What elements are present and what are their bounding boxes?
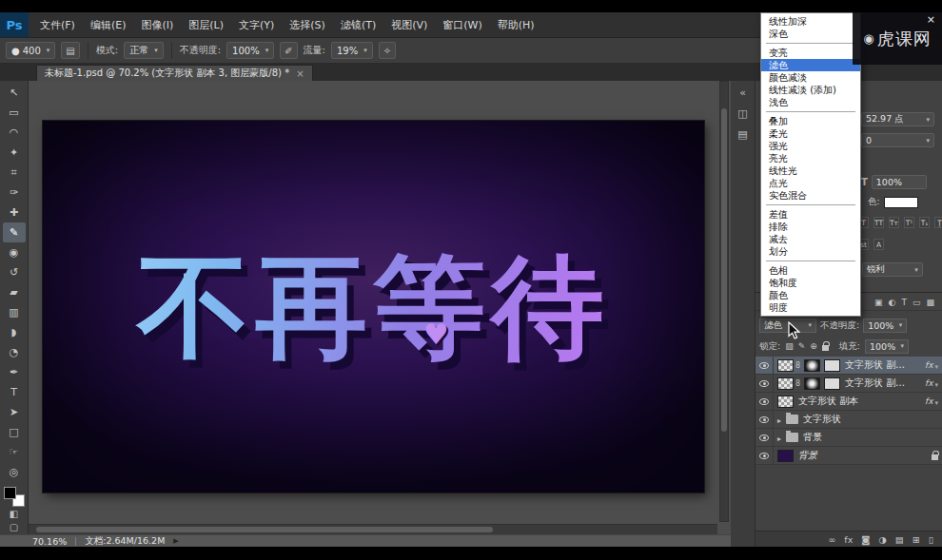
blend-mode-option[interactable]: 排除 bbox=[761, 221, 860, 233]
horizontal-scrollbar[interactable] bbox=[29, 524, 717, 534]
layer-group-row[interactable]: 背景 bbox=[756, 429, 942, 447]
vertical-scale-field[interactable]: 100% bbox=[872, 175, 927, 189]
color-swatches[interactable] bbox=[4, 487, 25, 507]
healing-brush-tool-icon[interactable]: ✚ bbox=[3, 203, 26, 222]
pen-pressure-icon[interactable]: ✐ bbox=[280, 42, 297, 59]
zoom-level[interactable]: 70.16% bbox=[32, 536, 67, 547]
visibility-toggle[interactable] bbox=[756, 447, 774, 464]
blend-mode-option[interactable]: 变亮 bbox=[761, 47, 860, 59]
menu-item[interactable]: 图像(I) bbox=[133, 12, 181, 37]
fx-badge[interactable]: fx bbox=[925, 396, 933, 406]
char-style-icon[interactable]: Tᴛ bbox=[889, 217, 899, 228]
tab-close-icon[interactable]: × bbox=[296, 68, 304, 79]
document-tab[interactable]: 未标题-1.psd @ 70.2% (文字形状 副本 3, 图层蒙版/8) * … bbox=[36, 65, 313, 81]
path-select-tool-icon[interactable]: ➤ bbox=[3, 402, 26, 422]
history-panel-icon[interactable]: ◫ bbox=[737, 107, 747, 120]
filter-type-icon[interactable]: T bbox=[901, 298, 907, 307]
hand-tool-icon[interactable]: ☞ bbox=[3, 442, 26, 462]
blend-mode-option[interactable]: 叠加 bbox=[761, 115, 860, 127]
menu-item[interactable]: 文字(Y) bbox=[231, 12, 282, 37]
opacity-select[interactable]: 100% bbox=[226, 42, 274, 59]
filter-pixel-icon[interactable]: ▣ bbox=[874, 298, 883, 307]
flow-select[interactable]: 19% bbox=[331, 42, 373, 59]
clone-stamp-tool-icon[interactable]: ◉ bbox=[3, 242, 26, 262]
properties-panel-icon[interactable]: ▤ bbox=[737, 128, 747, 141]
layer-mask-thumbnail-2[interactable] bbox=[824, 359, 840, 372]
blend-mode-option[interactable]: 深色 bbox=[761, 28, 860, 40]
screen-mode-icon[interactable]: ▢ bbox=[3, 521, 26, 534]
new-group-icon[interactable]: ▤ bbox=[895, 534, 904, 545]
marquee-tool-icon[interactable]: ▭ bbox=[3, 103, 26, 123]
visibility-toggle[interactable] bbox=[756, 375, 774, 392]
menu-item[interactable]: 图层(L) bbox=[181, 12, 231, 37]
menu-item[interactable]: 编辑(E) bbox=[83, 12, 134, 37]
lock-all-icon[interactable] bbox=[822, 345, 829, 351]
menu-item[interactable]: 帮助(H) bbox=[490, 12, 542, 37]
layer-thumbnail[interactable] bbox=[777, 396, 794, 408]
layers-opacity-select[interactable]: 100% bbox=[863, 319, 907, 333]
blend-mode-option[interactable]: 划分 bbox=[761, 245, 860, 258]
layer-name[interactable]: 文字形状 副... bbox=[845, 377, 923, 390]
layer-thumbnail[interactable] bbox=[777, 359, 794, 372]
brush-preset-picker[interactable]: ● 400 bbox=[6, 42, 55, 59]
adjustment-layer-icon[interactable]: ◑ bbox=[879, 534, 887, 545]
menu-item[interactable]: 文件(F) bbox=[32, 12, 83, 37]
blend-mode-option[interactable]: 颜色 bbox=[761, 289, 860, 301]
visibility-toggle[interactable] bbox=[756, 429, 774, 446]
dodge-tool-icon[interactable]: ◔ bbox=[3, 342, 26, 362]
brush-tool-icon[interactable]: ✎ bbox=[3, 222, 26, 242]
layer-thumbnail[interactable] bbox=[777, 377, 794, 390]
visibility-toggle[interactable] bbox=[756, 357, 774, 374]
fx-caret-icon[interactable] bbox=[934, 396, 938, 407]
blend-mode-option[interactable]: 色相 bbox=[761, 264, 860, 277]
lock-paint-icon[interactable]: ✎ bbox=[798, 341, 806, 351]
visibility-toggle[interactable] bbox=[756, 411, 774, 428]
new-layer-icon[interactable]: ⊞ bbox=[913, 534, 920, 545]
lock-position-icon[interactable]: ⊕ bbox=[810, 341, 817, 351]
blend-mode-option[interactable]: 明度 bbox=[761, 301, 860, 314]
group-expander-icon[interactable] bbox=[777, 433, 781, 443]
watermark-close-icon[interactable]: × bbox=[927, 13, 935, 26]
blend-mode-option[interactable]: 强光 bbox=[761, 140, 860, 152]
gradient-tool-icon[interactable]: ▥ bbox=[3, 302, 26, 322]
menu-item[interactable]: 滤镜(T) bbox=[333, 12, 383, 37]
fill-select[interactable]: 100% bbox=[865, 339, 909, 354]
eyedropper-tool-icon[interactable]: ✑ bbox=[3, 183, 26, 203]
layer-mask-thumbnail[interactable] bbox=[804, 359, 820, 372]
blend-mode-option[interactable]: 颜色减淡 bbox=[761, 71, 860, 84]
background-layer-row[interactable]: 背景 bbox=[756, 447, 942, 465]
vertical-scrollbar-thumb[interactable] bbox=[721, 108, 727, 432]
blend-mode-option[interactable]: 饱和度 bbox=[761, 277, 860, 289]
layer-style-icon[interactable]: fx bbox=[844, 534, 853, 545]
collapse-panels-icon[interactable]: « bbox=[739, 87, 746, 99]
vertical-scrollbar[interactable] bbox=[719, 81, 729, 522]
fx-badge[interactable]: fx bbox=[925, 360, 933, 370]
blend-mode-option[interactable]: 线性光 bbox=[761, 164, 860, 177]
quick-select-tool-icon[interactable]: ✦ bbox=[3, 143, 26, 163]
layer-thumbnail[interactable] bbox=[777, 450, 794, 462]
blend-mode-option[interactable]: 差值 bbox=[761, 208, 860, 221]
layer-mask-thumbnail[interactable] bbox=[804, 377, 820, 390]
foreground-color-swatch[interactable] bbox=[4, 487, 16, 499]
canvas[interactable]: 不再等待 不再等待 ♥ bbox=[43, 121, 704, 492]
fx-caret-icon[interactable] bbox=[934, 378, 938, 389]
quick-mask-icon[interactable]: ◧ bbox=[3, 507, 26, 520]
blend-mode-option[interactable]: 浅色 bbox=[761, 96, 860, 108]
layer-name[interactable]: 背景 bbox=[803, 431, 938, 444]
add-layer-mask-icon[interactable]: ◙ bbox=[861, 534, 870, 545]
layer-name[interactable]: 文字形状 bbox=[803, 413, 938, 426]
blend-mode-option[interactable]: 实色混合 bbox=[761, 189, 860, 202]
lock-transparency-icon[interactable]: ▨ bbox=[785, 341, 794, 351]
char-style-icon[interactable]: T₁ bbox=[919, 217, 930, 228]
lasso-tool-icon[interactable]: ◠ bbox=[3, 123, 26, 143]
font-size-field[interactable]: 52.97 点 bbox=[861, 112, 934, 126]
layer-mask-thumbnail-2[interactable] bbox=[824, 377, 840, 390]
blend-mode-option[interactable]: 亮光 bbox=[761, 152, 860, 164]
fx-badge[interactable]: fx bbox=[925, 378, 933, 388]
menu-item[interactable]: 视图(V) bbox=[383, 12, 435, 37]
zoom-tool-icon[interactable]: ◎ bbox=[3, 462, 26, 482]
link-layers-icon[interactable]: ∞ bbox=[828, 534, 835, 545]
blend-mode-option[interactable]: 线性加深 bbox=[761, 15, 860, 28]
menu-item[interactable]: 窗口(W) bbox=[435, 12, 489, 37]
history-brush-tool-icon[interactable]: ↺ bbox=[3, 262, 26, 282]
